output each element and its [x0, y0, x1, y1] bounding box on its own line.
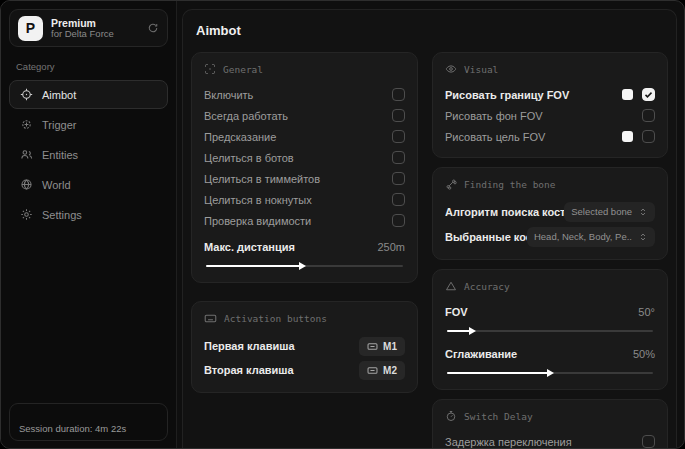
activation-header-label: Activation buttons — [224, 313, 327, 324]
stopwatch-icon — [445, 410, 457, 422]
entities-icon — [20, 148, 33, 161]
toggle-label: Включить — [204, 89, 392, 101]
column-right: Visual Рисовать границу FOV Рисовать фон… — [432, 52, 668, 448]
toggle-label: Целиться в тиммейтов — [204, 173, 392, 185]
activation-card: Activation buttons Первая клавиша M1 Вто… — [191, 301, 418, 393]
first-key-row: Первая клавиша M1 — [204, 334, 405, 358]
second-key-row: Вторая клавиша M2 — [204, 358, 405, 382]
unfold-icon — [638, 232, 648, 242]
toggle-row-always-work: Всегда работать — [204, 105, 405, 126]
unfold-icon — [638, 207, 648, 217]
toggle-label: Предсказание — [204, 131, 392, 143]
fov-border-row: Рисовать границу FOV — [445, 84, 655, 105]
target-knocked-checkbox[interactable] — [392, 193, 405, 206]
fov-target-color-swatch[interactable] — [622, 131, 633, 142]
smoothing-slider[interactable] — [445, 367, 655, 379]
first-key-binding[interactable]: M1 — [359, 337, 405, 356]
sidebar-menu: Aimbot Trigger Entities World Settings — [9, 80, 168, 229]
fov-row: FOV 50° — [445, 301, 655, 322]
visual-card: Visual Рисовать границу FOV Рисовать фон… — [432, 52, 668, 158]
max-distance-value: 250m — [377, 241, 405, 253]
keyboard-icon — [204, 312, 217, 325]
toggle-row-enable: Включить — [204, 84, 405, 105]
fov-label: FOV — [445, 306, 638, 318]
target-teammates-checkbox[interactable] — [392, 172, 405, 185]
switch-delay-toggle-row: Задержка переключения — [445, 431, 655, 448]
target-bots-checkbox[interactable] — [392, 151, 405, 164]
toggle-row-target-bots: Целиться в ботов — [204, 147, 405, 168]
bone-header: Finding the bone — [445, 178, 655, 190]
sidebar-item-label: Aimbot — [42, 89, 76, 101]
toggle-row-prediction: Предсказание — [204, 126, 405, 147]
toggle-label: Целиться в ботов — [204, 152, 392, 164]
sidebar-item-label: World — [42, 179, 71, 191]
main-panel: Aimbot General Включить Всегда работать — [182, 9, 677, 448]
max-distance-slider[interactable] — [204, 260, 405, 272]
fov-slider[interactable] — [445, 325, 655, 337]
smoothing-value: 50% — [633, 348, 655, 360]
fov-border-label: Рисовать границу FOV — [445, 89, 622, 101]
app-logo: P — [18, 16, 43, 41]
slider-fill — [447, 330, 470, 332]
key-value: M1 — [383, 341, 397, 352]
app-window: P Premium for Delta Force Category Aimbo… — [0, 0, 685, 449]
sidebar-item-label: Entities — [42, 149, 78, 161]
page-title: Aimbot — [196, 23, 668, 38]
fov-background-checkbox[interactable] — [642, 109, 655, 122]
switch-delay-checkbox[interactable] — [642, 435, 655, 448]
category-label: Category — [16, 61, 168, 72]
sidebar-item-aimbot[interactable]: Aimbot — [9, 80, 168, 109]
premium-card: P Premium for Delta Force — [9, 9, 168, 47]
general-header-label: General — [223, 64, 263, 75]
sidebar-item-settings[interactable]: Settings — [9, 200, 168, 229]
sidebar-item-label: Settings — [42, 209, 82, 221]
toggle-label: Целиться в нокнутых — [204, 194, 392, 206]
selected-bones-select[interactable]: Head, Neck, Body, Pe.. — [527, 227, 655, 247]
smoothing-row: Сглаживание 50% — [445, 343, 655, 364]
switch-delay-header-label: Switch Delay — [464, 411, 533, 422]
max-distance-label: Макс. дистанция — [204, 241, 377, 253]
bone-algorithm-select[interactable]: Selected bone — [564, 202, 655, 222]
fov-target-checkbox[interactable] — [642, 130, 655, 143]
always-work-checkbox[interactable] — [392, 109, 405, 122]
bone-icon — [445, 178, 457, 190]
max-distance-row: Макс. дистанция 250m — [204, 236, 405, 257]
toggle-label: Проверка видимости — [204, 215, 392, 227]
bone-card: Finding the bone Алгоритм поиска костей … — [432, 167, 668, 260]
bone-header-label: Finding the bone — [464, 179, 556, 190]
prediction-checkbox[interactable] — [392, 130, 405, 143]
session-card: Session duration: 4m 22s — [9, 403, 168, 441]
sync-icon[interactable] — [147, 22, 159, 34]
product-name: Premium — [51, 17, 139, 29]
activation-header: Activation buttons — [204, 312, 405, 325]
switch-delay-card: Switch Delay Задержка переключения Задер… — [432, 399, 668, 448]
product-subtitle: for Delta Force — [51, 29, 139, 40]
slider-fill — [447, 372, 548, 374]
slider-fill — [206, 265, 300, 267]
fov-border-checkbox[interactable] — [642, 88, 655, 101]
premium-text: Premium for Delta Force — [51, 17, 139, 40]
accuracy-header: Accuracy — [445, 280, 655, 292]
enable-checkbox[interactable] — [392, 88, 405, 101]
fov-border-color-swatch[interactable] — [622, 89, 633, 100]
gear-icon — [20, 208, 33, 221]
globe-icon — [20, 178, 33, 191]
sidebar-item-entities[interactable]: Entities — [9, 140, 168, 169]
trigger-icon — [20, 118, 33, 131]
fov-target-row: Рисовать цель FOV — [445, 126, 655, 147]
toggle-row-target-teammates: Целиться в тиммейтов — [204, 168, 405, 189]
column-left: General Включить Всегда работать Предска… — [191, 52, 418, 448]
selected-value: Selected bone — [571, 206, 632, 217]
general-header: General — [204, 63, 405, 75]
sidebar-item-world[interactable]: World — [9, 170, 168, 199]
visibility-check-checkbox[interactable] — [392, 214, 405, 227]
second-key-binding[interactable]: M2 — [359, 361, 405, 380]
keyboard-icon — [367, 365, 378, 376]
keyboard-icon — [367, 341, 378, 352]
sidebar-item-trigger[interactable]: Trigger — [9, 110, 168, 139]
selected-bones-row: Выбранные кости Head, Neck, Body, Pe.. — [445, 224, 655, 249]
toggle-label: Всегда работать — [204, 110, 392, 122]
session-duration: Session duration: 4m 22s — [19, 423, 126, 434]
selected-bones-label: Выбранные кости — [445, 231, 527, 243]
triangle-icon — [445, 280, 457, 292]
